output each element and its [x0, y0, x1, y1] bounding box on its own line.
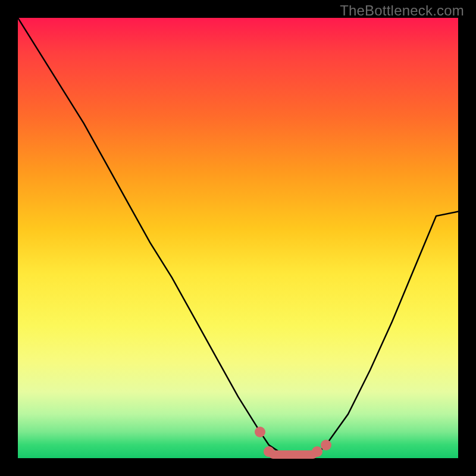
marker-bridge [269, 450, 317, 459]
plot-area [18, 18, 458, 458]
marker-right-dot [321, 440, 331, 450]
chart-container: TheBottleneck.com [0, 0, 476, 476]
curve-svg [18, 18, 458, 458]
watermark-text: TheBottleneck.com [340, 2, 464, 19]
marker-left-dot [255, 427, 265, 437]
bottleneck-curve [18, 18, 458, 458]
